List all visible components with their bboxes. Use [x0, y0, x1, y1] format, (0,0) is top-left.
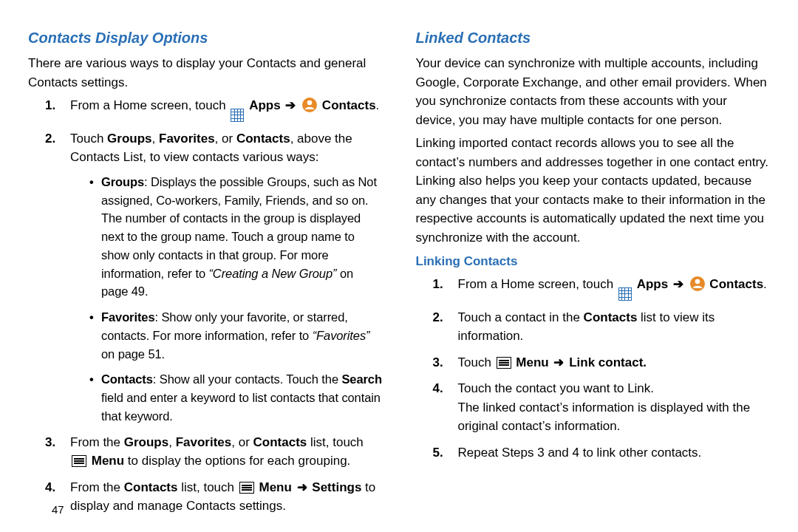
- page-outer: Contacts Display Options There are vario…: [0, 0, 798, 532]
- text: Touch: [458, 355, 495, 369]
- bold: Contacts: [101, 372, 153, 386]
- text: list, touch: [307, 435, 364, 449]
- bullet-groups: Groups: Displays the possible Groups, su…: [88, 173, 383, 301]
- step-number: 3.: [433, 353, 443, 372]
- arrow-icon: ➜: [293, 480, 310, 494]
- page-number: 47: [52, 503, 64, 516]
- right-p2: Linking imported contact records allows …: [416, 134, 771, 247]
- step-number: 1.: [433, 275, 443, 294]
- bullet-favorites: Favorites: Show only your favorite, or s…: [88, 308, 383, 363]
- contacts-icon: [690, 276, 705, 291]
- left-title: Contacts Display Options: [28, 30, 383, 47]
- text: : Show all your contacts. Touch the: [153, 372, 342, 386]
- text: From the: [70, 435, 124, 449]
- apps-label: Apps: [637, 277, 669, 291]
- text: ,: [168, 435, 175, 449]
- text: to display the options for each grouping…: [124, 454, 350, 468]
- text: Touch a contact in the: [458, 310, 584, 324]
- right-p1: Your device can synchronize with multipl…: [416, 54, 771, 129]
- right-steps: 1. From a Home screen, touch Apps ➔: [416, 275, 771, 462]
- bold: Contacts: [236, 132, 290, 146]
- bold: Groups: [101, 175, 144, 188]
- apps-icon: [231, 109, 244, 122]
- menu-label: Menu: [516, 355, 548, 369]
- right-title: Linked Contacts: [416, 30, 771, 47]
- right-column: Linked Contacts Your device can synchron…: [416, 30, 771, 523]
- menu-label: Menu: [92, 454, 124, 468]
- text: list, touch: [177, 480, 237, 494]
- step-number: 2.: [45, 129, 55, 149]
- arrow-icon: ➔: [673, 277, 683, 291]
- bold: Contacts: [124, 480, 178, 494]
- bold: Groups: [124, 435, 168, 449]
- text: ,: [152, 132, 159, 146]
- text: From a Home screen, touch: [458, 277, 617, 291]
- right-step-4: 4. Touch the contact you want to Link. T…: [442, 379, 771, 436]
- menu-icon: [497, 357, 511, 369]
- text: field and enter a keyword to list contac…: [101, 391, 381, 423]
- step-number: 3.: [45, 433, 55, 452]
- period: .: [763, 277, 767, 291]
- contacts-icon: [302, 98, 317, 112]
- text: Touch the contact you want to Link.: [458, 381, 655, 395]
- menu-icon: [239, 482, 254, 494]
- step-number: 2.: [433, 308, 443, 327]
- right-step-2: 2. Touch a contact in the Contacts list …: [442, 308, 771, 346]
- period: .: [643, 355, 647, 369]
- period: .: [376, 98, 380, 112]
- step-number: 4.: [433, 379, 443, 398]
- menu-icon: [72, 455, 86, 467]
- contacts-label: Contacts: [322, 98, 376, 112]
- text: The linked contact’s information is disp…: [458, 400, 751, 434]
- svg-point-1: [307, 100, 313, 106]
- contacts-label: Contacts: [709, 277, 763, 291]
- bold: Contacts: [584, 310, 638, 324]
- reference: “Favorites”: [313, 329, 370, 342]
- left-intro: There are various ways to display your C…: [28, 54, 383, 92]
- left-steps: 1. From a Home screen, touch Apps ➔: [28, 96, 383, 516]
- text: , or: [215, 132, 236, 146]
- step-number: 1.: [45, 96, 55, 115]
- right-step-5: 5. Repeat Steps 3 and 4 to link other co…: [442, 443, 771, 463]
- bullet-contacts: Contacts: Show all your contacts. Touch …: [88, 370, 383, 425]
- bold: Favorites: [176, 435, 232, 449]
- bold: Search: [341, 372, 381, 386]
- apps-icon: [618, 287, 632, 301]
- link-contact-label: Link contact: [569, 355, 643, 369]
- right-subtitle: Linking Contacts: [416, 254, 771, 269]
- bold: Favorites: [159, 132, 215, 146]
- arrow-icon: ➜: [550, 355, 567, 369]
- text: From the: [70, 480, 124, 494]
- step-number: 4.: [45, 478, 55, 497]
- left-step-4: 4. From the Contacts list, touch Menu ➜ …: [54, 478, 383, 516]
- right-step-1: 1. From a Home screen, touch Apps ➔: [442, 275, 771, 301]
- menu-label: Menu: [259, 480, 291, 494]
- bold: Contacts: [253, 435, 307, 449]
- text: : Displays the possible Groups, such as …: [101, 175, 377, 280]
- bold: Favorites: [101, 310, 154, 324]
- left-step-1: 1. From a Home screen, touch Apps ➔: [54, 96, 383, 122]
- arrow-icon: ➔: [285, 98, 296, 112]
- page-columns: Contacts Display Options There are vario…: [0, 0, 798, 532]
- left-step-2: 2. Touch Groups, Favorites, or Contacts,…: [54, 129, 383, 426]
- text: Touch: [70, 132, 107, 146]
- right-step-3: 3. Touch Menu ➜ Link contact.: [442, 353, 771, 372]
- text: From a Home screen, touch: [70, 98, 229, 112]
- text: , or: [231, 435, 253, 449]
- text: Repeat Steps 3 and 4 to link other conta…: [458, 446, 702, 460]
- left-column: Contacts Display Options There are vario…: [28, 30, 383, 523]
- bold: Groups: [107, 132, 151, 146]
- reference: “Creating a New Group”: [208, 267, 336, 280]
- settings-label: Settings: [312, 480, 361, 494]
- svg-point-3: [695, 279, 700, 284]
- apps-label: Apps: [249, 98, 281, 112]
- text: on page 51.: [101, 347, 165, 361]
- step-number: 5.: [433, 443, 443, 463]
- left-step2-bullets: Groups: Displays the possible Groups, su…: [88, 173, 383, 426]
- left-step-3: 3. From the Groups, Favorites, or Contac…: [54, 433, 383, 471]
